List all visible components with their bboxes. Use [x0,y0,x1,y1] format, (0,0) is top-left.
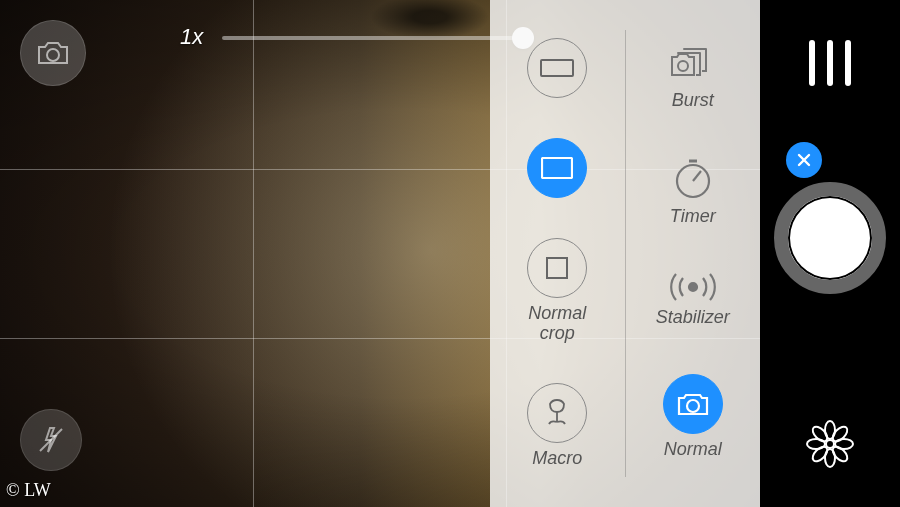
camera-icon [36,39,70,67]
stabilizer-label: Stabilizer [656,308,730,328]
burst-icon [666,43,720,85]
shutter-button[interactable] [774,182,886,294]
burst-label: Burst [672,91,714,111]
aspect-wide-icon [540,59,574,77]
zoom-slider-track[interactable] [222,36,532,40]
crop-square-icon [546,257,568,279]
timer-label: Timer [670,207,716,227]
svg-point-5 [678,61,688,71]
aspect-normal-option[interactable] [527,138,587,198]
stabilizer-option[interactable]: Stabilizer [656,272,730,328]
svg-point-13 [826,440,834,448]
svg-rect-4 [547,258,567,278]
svg-point-9 [689,283,697,291]
svg-point-20 [810,444,830,464]
svg-line-7 [693,171,701,181]
options-panel: Normal crop Macro [490,0,760,507]
macro-option[interactable]: Macro [527,383,587,469]
svg-point-10 [687,400,699,412]
flash-off-button[interactable] [20,409,82,471]
menu-bar-3 [845,40,851,86]
effects-button[interactable] [805,419,855,469]
close-panel-button[interactable] [786,142,822,178]
menu-bars-button[interactable] [809,40,851,86]
menu-bar-1 [809,40,815,86]
svg-point-19 [830,424,850,444]
watermark: © LW [6,480,51,501]
right-bar [760,0,900,507]
options-col-mode: Burst Timer Stabilizer [626,0,761,507]
svg-point-0 [47,49,59,61]
normal-mode-label: Normal [664,440,722,460]
svg-rect-3 [542,158,572,178]
crop-label: Normal crop [528,304,586,344]
svg-point-21 [830,444,850,464]
aspect-wide-option[interactable] [527,38,587,98]
flash-off-icon [36,425,66,455]
timer-option[interactable]: Timer [670,157,716,227]
gridline-v1 [253,0,254,507]
switch-camera-button[interactable] [20,20,86,86]
camera-app: 1x [0,0,900,507]
zoom-label: 1x [180,24,203,50]
normal-mode-option[interactable]: Normal [663,374,723,460]
tulip-icon [544,398,570,428]
stabilizer-icon [665,272,721,302]
burst-option[interactable]: Burst [666,43,720,111]
svg-point-18 [810,424,830,444]
crop-option[interactable]: Normal crop [527,238,587,344]
options-col-crop: Normal crop Macro [490,30,626,477]
close-icon [796,152,812,168]
flower-icon [805,419,855,469]
menu-bar-2 [827,40,833,86]
aspect-normal-icon [541,157,573,179]
camera-mode-icon [676,391,710,417]
timer-icon [671,157,715,201]
svg-rect-2 [541,60,573,76]
macro-label: Macro [532,449,582,469]
